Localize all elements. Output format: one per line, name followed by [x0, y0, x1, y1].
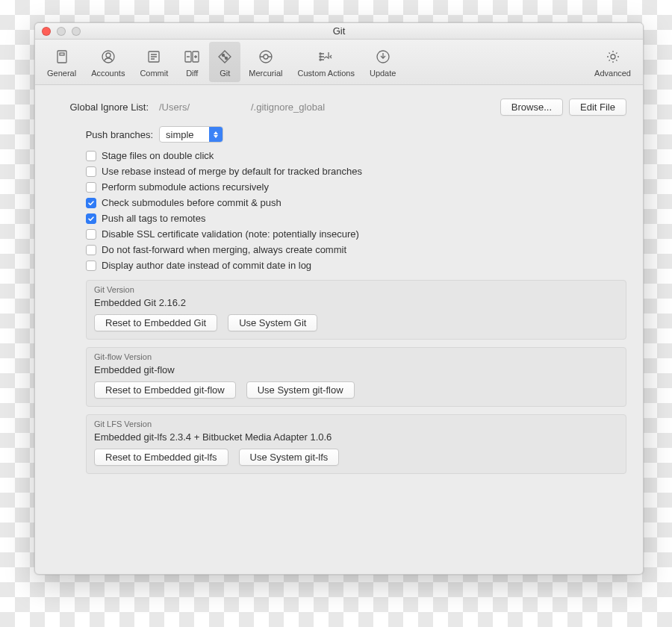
use-system-button[interactable]: Use System git-lfs	[239, 449, 340, 466]
checkbox-6[interactable]: Do not fast-forward when merging, always…	[86, 244, 626, 255]
zoom-window-button[interactable]	[72, 27, 81, 36]
tab-update[interactable]: Update	[363, 42, 402, 82]
checkbox-list: Stage files on double clickUse rebase in…	[86, 150, 626, 271]
minimize-window-button[interactable]	[57, 27, 66, 36]
svg-point-10	[264, 54, 268, 59]
push-branches-label: Push branches:	[75, 129, 153, 140]
use-system-button[interactable]: Use System Git	[228, 314, 317, 331]
group-title: Git Version	[87, 281, 626, 296]
checkbox-label: Push all tags to remotes	[102, 213, 205, 224]
checkbox-3[interactable]: Check submodules before commit & push	[86, 197, 626, 208]
diff-icon	[183, 48, 201, 66]
git-icon	[216, 48, 234, 66]
edit-file-button[interactable]: Edit File	[569, 99, 626, 116]
custom-actions-icon	[317, 48, 335, 66]
checkbox-1[interactable]: Use rebase instead of merge by default f…	[86, 166, 626, 177]
checkbox-box[interactable]	[86, 166, 96, 177]
svg-point-15	[611, 54, 615, 59]
select-stepper-icon	[209, 127, 223, 142]
checkbox-label: Do not fast-forward when merging, always…	[102, 244, 346, 255]
checkbox-box[interactable]	[86, 198, 96, 208]
traffic-lights	[42, 27, 81, 36]
checkbox-5[interactable]: Disable SSL certificate validation (note…	[86, 228, 626, 240]
push-branches-row: Push branches: simple	[75, 126, 626, 143]
group-status: Embedded git-flow	[87, 363, 626, 381]
close-window-button[interactable]	[42, 27, 51, 36]
gear-icon	[604, 48, 622, 66]
global-ignore-label: Global Ignore List:	[52, 102, 149, 113]
checkbox-label: Display author date instead of commit da…	[102, 260, 311, 271]
version-group-2: Git LFS VersionEmbedded git-lfs 2.3.4 + …	[86, 414, 626, 474]
push-branches-value: simple	[166, 129, 209, 140]
svg-point-13	[320, 59, 321, 60]
global-ignore-row: Global Ignore List: /Users/ /.gitignore_…	[52, 99, 626, 116]
reset-button[interactable]: Reset to Embedded git-lfs	[94, 449, 228, 466]
push-branches-select[interactable]: simple	[159, 126, 223, 143]
content-area: Global Ignore List: /Users/ /.gitignore_…	[35, 85, 643, 574]
checkbox-box[interactable]	[86, 229, 96, 240]
checkbox-4[interactable]: Push all tags to remotes	[86, 213, 626, 224]
version-group-0: Git VersionEmbedded Git 2.16.2Reset to E…	[86, 280, 626, 340]
mercurial-icon	[257, 48, 275, 66]
tab-custom-actions[interactable]: Custom Actions	[291, 42, 361, 82]
checkbox-box[interactable]	[86, 182, 96, 193]
group-status: Embedded git-lfs 2.3.4 + Bitbucket Media…	[87, 430, 626, 449]
accounts-icon	[99, 48, 117, 66]
reset-button[interactable]: Reset to Embedded git-flow	[94, 381, 236, 399]
tab-git[interactable]: Git	[209, 42, 240, 82]
checkbox-box[interactable]	[86, 261, 96, 271]
tab-mercurial[interactable]: Mercurial	[242, 42, 289, 82]
checkbox-label: Disable SSL certificate validation (note…	[102, 228, 359, 240]
reset-button[interactable]: Reset to Embedded Git	[94, 314, 217, 331]
svg-point-3	[106, 53, 111, 57]
group-title: Git LFS Version	[87, 415, 626, 430]
tab-commit[interactable]: Commit	[133, 42, 175, 82]
use-system-button[interactable]: Use System git-flow	[246, 381, 355, 399]
checkbox-label: Check submodules before commit & push	[102, 197, 281, 208]
checkbox-label: Perform submodule actions recursively	[102, 181, 269, 193]
ignore-path-suffix: /.gitignore_global	[251, 102, 494, 113]
checkbox-label: Use rebase instead of merge by default f…	[102, 166, 362, 177]
svg-point-11	[320, 53, 321, 54]
window-title: Git	[333, 25, 346, 37]
tab-diff[interactable]: Diff	[176, 42, 208, 82]
checkbox-2[interactable]: Perform submodule actions recursively	[86, 181, 626, 193]
group-status: Embedded Git 2.16.2	[87, 296, 626, 314]
version-group-1: Git-flow VersionEmbedded git-flowReset t…	[86, 347, 626, 407]
general-icon	[53, 48, 71, 66]
tab-accounts[interactable]: Accounts	[84, 42, 131, 82]
preferences-toolbar: General Accounts Commit Diff Git	[35, 40, 643, 85]
tab-general[interactable]: General	[40, 42, 83, 82]
update-icon	[374, 48, 392, 66]
preferences-window: Git General Accounts Commit Diff	[34, 22, 644, 575]
checkbox-7[interactable]: Display author date instead of commit da…	[86, 260, 626, 271]
commit-icon	[145, 48, 163, 66]
checkbox-0[interactable]: Stage files on double click	[86, 150, 626, 161]
group-title: Git-flow Version	[87, 348, 626, 363]
svg-rect-1	[60, 53, 64, 55]
svg-point-12	[320, 56, 321, 57]
tab-advanced[interactable]: Advanced	[588, 42, 638, 82]
checkbox-box[interactable]	[86, 151, 96, 161]
checkbox-label: Stage files on double click	[102, 150, 214, 161]
checkbox-box[interactable]	[86, 213, 96, 224]
browse-button[interactable]: Browse...	[500, 99, 563, 116]
checkbox-box[interactable]	[86, 245, 96, 255]
ignore-path-prefix: /Users/	[159, 102, 200, 113]
titlebar: Git	[35, 23, 643, 40]
